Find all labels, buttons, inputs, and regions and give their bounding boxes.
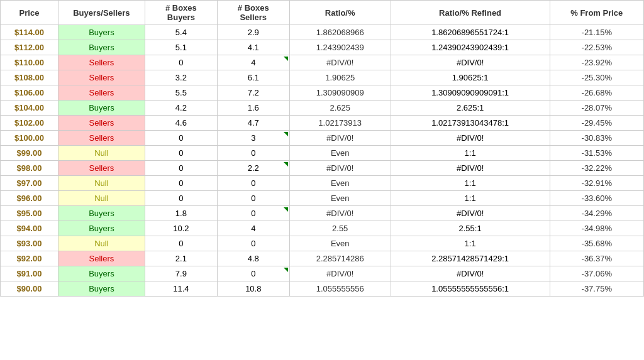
cell-ratio: #DIV/0!	[289, 131, 391, 146]
table-row: $108.00Sellers3.26.11.906251.90625:1-25.…	[1, 70, 644, 85]
cell-boxes-sellers: 4	[217, 221, 289, 236]
cell-boxes-buyers: 5.4	[145, 25, 217, 40]
cell-boxes-buyers: 4.6	[145, 116, 217, 131]
cell-from-price: -22.53%	[550, 40, 643, 55]
cell-ratio-refined: 1.30909090909091:1	[391, 85, 550, 101]
cell-price: $90.00	[1, 281, 58, 297]
cell-from-price: -23.92%	[550, 55, 643, 70]
cell-price: $108.00	[1, 70, 58, 85]
cell-buyers-sellers: Buyers	[58, 101, 145, 116]
cell-buyers-sellers: Null	[58, 191, 145, 206]
cell-ratio: 1.862068966	[289, 25, 391, 40]
cell-ratio-refined: 1.05555555555556:1	[391, 281, 550, 297]
cell-ratio: Even	[289, 236, 391, 251]
table-row: $112.00Buyers5.14.11.2439024391.24390243…	[1, 40, 644, 55]
cell-boxes-sellers: 6.1	[217, 70, 289, 85]
table-row: $100.00Sellers03#DIV/0!#DIV/0!-30.83%	[1, 131, 644, 146]
cell-price: $92.00	[1, 251, 58, 266]
cell-boxes-sellers: 2.2	[217, 161, 289, 176]
cell-ratio-refined: 1:1	[391, 146, 550, 161]
cell-price: $93.00	[1, 236, 58, 251]
table-row: $102.00Sellers4.64.71.021739131.02173913…	[1, 116, 644, 131]
cell-buyers-sellers: Sellers	[58, 251, 145, 266]
cell-ratio-refined: #DIV/0!	[391, 55, 550, 70]
cell-ratio: Even	[289, 146, 391, 161]
cell-from-price: -30.83%	[550, 131, 643, 146]
cell-price: $112.00	[1, 40, 58, 55]
cell-ratio: 1.309090909	[289, 85, 391, 101]
table-row: $94.00Buyers10.242.552.55:1-34.98%	[1, 221, 644, 236]
cell-ratio-refined: 1.02173913043478:1	[391, 116, 550, 131]
table-body: $114.00Buyers5.42.91.8620689661.86206896…	[1, 25, 644, 297]
cell-buyers-sellers: Buyers	[58, 266, 145, 281]
cell-boxes-sellers: 4	[217, 55, 289, 70]
main-table: Price Buyers/Sellers # BoxesBuyers # Box…	[0, 0, 644, 297]
corner-flag-icon	[284, 268, 288, 272]
cell-ratio-refined: 1:1	[391, 236, 550, 251]
th-ratio: Ratio/%	[289, 1, 391, 25]
cell-boxes-sellers: 1.6	[217, 101, 289, 116]
cell-buyers-sellers: Sellers	[58, 161, 145, 176]
cell-buyers-sellers: Buyers	[58, 221, 145, 236]
cell-buyers-sellers: Sellers	[58, 85, 145, 101]
cell-boxes-sellers: 0	[217, 176, 289, 191]
cell-buyers-sellers: Buyers	[58, 40, 145, 55]
cell-ratio-refined: #DIV/0!	[391, 206, 550, 221]
table-row: $92.00Sellers2.14.82.2857142862.28571428…	[1, 251, 644, 266]
cell-boxes-sellers: 0	[217, 206, 289, 221]
cell-buyers-sellers: Buyers	[58, 25, 145, 40]
cell-boxes-buyers: 7.9	[145, 266, 217, 281]
cell-ratio-refined: 2.625:1	[391, 101, 550, 116]
cell-boxes-sellers: 3	[217, 131, 289, 146]
cell-ratio: 2.55	[289, 221, 391, 236]
cell-ratio: 1.055555556	[289, 281, 391, 297]
cell-ratio: #DIV/0!	[289, 266, 391, 281]
cell-boxes-buyers: 10.2	[145, 221, 217, 236]
cell-buyers-sellers: Sellers	[58, 131, 145, 146]
cell-price: $102.00	[1, 116, 58, 131]
table-row: $90.00Buyers11.410.81.0555555561.0555555…	[1, 281, 644, 297]
cell-from-price: -36.37%	[550, 251, 643, 266]
table-row: $114.00Buyers5.42.91.8620689661.86206896…	[1, 25, 644, 40]
cell-ratio: 2.285714286	[289, 251, 391, 266]
cell-price: $100.00	[1, 131, 58, 146]
cell-boxes-buyers: 0	[145, 131, 217, 146]
cell-from-price: -29.45%	[550, 116, 643, 131]
cell-price: $95.00	[1, 206, 58, 221]
cell-ratio: #DIV/0!	[289, 161, 391, 176]
cell-ratio-refined: 1:1	[391, 176, 550, 191]
cell-ratio-refined: 2.55:1	[391, 221, 550, 236]
corner-flag-icon	[284, 132, 288, 136]
th-boxes-sellers: # BoxesSellers	[217, 1, 289, 25]
cell-ratio-refined: 1.90625:1	[391, 70, 550, 85]
cell-from-price: -25.30%	[550, 70, 643, 85]
cell-ratio: Even	[289, 176, 391, 191]
table-row: $99.00Null00Even1:1-31.53%	[1, 146, 644, 161]
table-row: $104.00Buyers4.21.62.6252.625:1-28.07%	[1, 101, 644, 116]
cell-ratio: 1.90625	[289, 70, 391, 85]
cell-boxes-buyers: 3.2	[145, 70, 217, 85]
cell-from-price: -32.22%	[550, 161, 643, 176]
corner-flag-icon	[284, 162, 288, 166]
table-row: $97.00Null00Even1:1-32.91%	[1, 176, 644, 191]
cell-buyers-sellers: Null	[58, 176, 145, 191]
cell-from-price: -35.68%	[550, 236, 643, 251]
cell-ratio-refined: 2.28571428571429:1	[391, 251, 550, 266]
cell-ratio: 1.243902439	[289, 40, 391, 55]
cell-boxes-buyers: 0	[145, 146, 217, 161]
cell-ratio-refined: 1.24390243902439:1	[391, 40, 550, 55]
cell-buyers-sellers: Null	[58, 146, 145, 161]
table-row: $110.00Sellers04#DIV/0!#DIV/0!-23.92%	[1, 55, 644, 70]
cell-buyers-sellers: Sellers	[58, 70, 145, 85]
cell-boxes-buyers: 5.5	[145, 85, 217, 101]
cell-boxes-buyers: 0	[145, 191, 217, 206]
cell-price: $94.00	[1, 221, 58, 236]
cell-price: $98.00	[1, 161, 58, 176]
cell-price: $97.00	[1, 176, 58, 191]
cell-ratio-refined: #DIV/0!	[391, 266, 550, 281]
cell-from-price: -28.07%	[550, 101, 643, 116]
cell-buyers-sellers: Buyers	[58, 281, 145, 297]
cell-ratio: 1.02173913	[289, 116, 391, 131]
table-row: $96.00Null00Even1:1-33.60%	[1, 191, 644, 206]
table-row: $93.00Null00Even1:1-35.68%	[1, 236, 644, 251]
